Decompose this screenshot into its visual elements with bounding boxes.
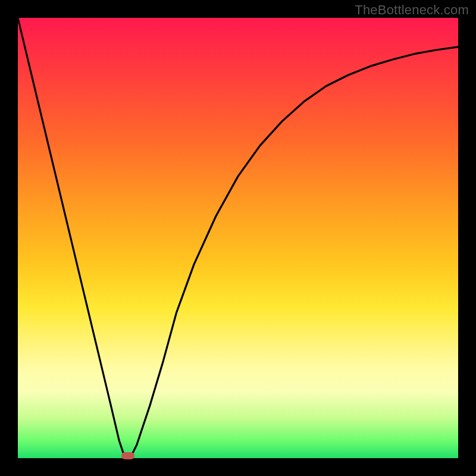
curve-svg xyxy=(18,18,458,458)
watermark-text: TheBottleneck.com xyxy=(355,2,469,18)
plot-area xyxy=(18,18,458,458)
optimum-marker xyxy=(121,452,134,459)
chart-frame: TheBottleneck.com xyxy=(0,0,476,476)
bottleneck-curve xyxy=(18,18,458,458)
